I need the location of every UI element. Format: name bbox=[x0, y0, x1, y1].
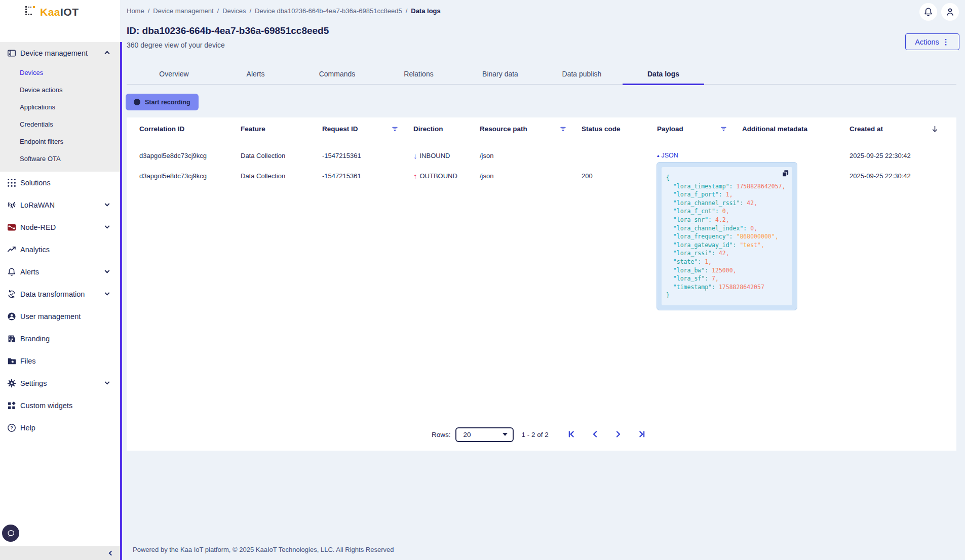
tab-relations[interactable]: Relations bbox=[378, 65, 459, 85]
column-header-correlation-id: Correlation ID bbox=[139, 125, 241, 133]
column-header-payload: Payload bbox=[657, 125, 742, 133]
sidebar-item-endpoint-filters[interactable]: Endpoint filters bbox=[0, 133, 120, 150]
sidebar-item-software-ota[interactable]: Software OTA bbox=[0, 150, 120, 168]
next-page-button[interactable] bbox=[614, 430, 623, 439]
sidebar-collapse-bar[interactable] bbox=[0, 546, 120, 560]
solutions-icon bbox=[7, 178, 16, 187]
device-tabs: OverviewAlertsCommandsRelationsBinary da… bbox=[133, 65, 704, 85]
cell-created-at: 2025-09-25 22:30:42 bbox=[850, 172, 944, 180]
page-subtitle: 360 degree view of your device bbox=[127, 41, 225, 49]
column-header-created-at: Created at bbox=[850, 125, 944, 133]
alerts-icon bbox=[7, 267, 16, 276]
sidebar-item-label: Alerts bbox=[20, 268, 39, 276]
vertical-ellipsis-icon: ⋮ bbox=[942, 37, 950, 47]
cell-resource-path: /json bbox=[480, 152, 582, 159]
filter-icon[interactable] bbox=[560, 126, 566, 132]
breadcrumb-item-home[interactable]: Home bbox=[127, 7, 144, 15]
analytics-icon bbox=[7, 245, 16, 254]
breadcrumb-item-device-management[interactable]: Device management bbox=[153, 7, 213, 15]
data-transformation-icon bbox=[7, 290, 16, 299]
table-body: d3apgol5e8dc73cj9kcgData Collection-1547… bbox=[127, 145, 956, 186]
last-page-button[interactable] bbox=[637, 430, 646, 439]
chevron-up-icon bbox=[105, 51, 110, 56]
sidebar-group-device-management: Device managementDevicesDevice actionsAp… bbox=[0, 42, 120, 172]
start-recording-label: Start recording bbox=[145, 99, 190, 106]
sidebar-item-alerts[interactable]: Alerts bbox=[0, 261, 120, 283]
tab-data-publish[interactable]: Data publish bbox=[541, 65, 623, 85]
files-icon bbox=[7, 356, 16, 366]
payload-collapse-toggle[interactable]: ▴JSON bbox=[657, 152, 678, 159]
column-header-feature: Feature bbox=[241, 125, 322, 133]
payload-json-text: { "lora_timestamp": 1758828642057, "lora… bbox=[666, 174, 785, 300]
sidebar-item-label: Files bbox=[20, 357, 36, 365]
sidebar-accent-rail bbox=[120, 42, 122, 560]
tab-overview[interactable]: Overview bbox=[133, 65, 215, 85]
payload-toggle-label: JSON bbox=[662, 152, 678, 159]
sort-desc-icon[interactable] bbox=[931, 125, 939, 133]
breadcrumb-separator: / bbox=[148, 7, 150, 15]
sidebar-item-user-management[interactable]: User management bbox=[0, 305, 120, 328]
first-page-icon bbox=[567, 430, 576, 439]
record-dot-icon bbox=[134, 99, 140, 105]
app-logo[interactable]: KaaIOT bbox=[24, 5, 79, 19]
rows-per-page-select[interactable]: 20 bbox=[455, 427, 514, 442]
first-page-button[interactable] bbox=[567, 430, 576, 439]
sidebar-item-device-actions[interactable]: Device actions bbox=[0, 82, 120, 99]
sidebar-item-device-management[interactable]: Device management bbox=[0, 42, 120, 64]
chevron-down-icon bbox=[105, 223, 110, 228]
notifications-button[interactable] bbox=[919, 3, 937, 21]
sidebar-item-label: Device management bbox=[20, 49, 88, 57]
tab-alerts[interactable]: Alerts bbox=[215, 65, 296, 85]
tab-data-logs[interactable]: Data logs bbox=[623, 65, 704, 85]
payload-json-block: { "lora_timestamp": 1758828642057, "lora… bbox=[657, 162, 797, 310]
sidebar-item-lorawan[interactable]: LoRaWAN bbox=[0, 194, 120, 216]
sidebar-item-help[interactable]: ?Help bbox=[0, 417, 120, 439]
pagination-bar: Rows: 20 1 - 2 of 2 bbox=[432, 425, 646, 444]
page-title: ID: dba10236-664b-4ea7-b36a-69851cc8eed5 bbox=[127, 25, 329, 36]
bell-icon bbox=[923, 7, 933, 17]
breadcrumb-item-devices[interactable]: Devices bbox=[222, 7, 246, 15]
last-page-icon bbox=[637, 430, 646, 439]
rows-per-page-label: Rows: bbox=[432, 431, 451, 438]
sidebar-item-analytics[interactable]: Analytics bbox=[0, 238, 120, 261]
column-header-direction: Direction bbox=[413, 125, 480, 133]
sidebar-item-solutions[interactable]: Solutions bbox=[0, 172, 120, 194]
previous-page-button[interactable] bbox=[591, 430, 600, 439]
sidebar-item-files[interactable]: Files bbox=[0, 350, 120, 372]
column-header-request-id: Request ID bbox=[322, 125, 413, 133]
chevron-down-icon bbox=[105, 290, 110, 295]
sidebar-item-data-transformation[interactable]: Data transformation bbox=[0, 283, 120, 305]
chat-fab-button[interactable] bbox=[2, 525, 19, 542]
chevron-down-icon bbox=[105, 379, 110, 384]
actions-button[interactable]: Actions ⋮ bbox=[905, 33, 959, 50]
sidebar: KaaIOT Device managementDevicesDevice ac… bbox=[0, 0, 120, 560]
sidebar-item-node-red[interactable]: Node-RED bbox=[0, 216, 120, 238]
start-recording-button[interactable]: Start recording bbox=[126, 94, 199, 110]
account-button[interactable] bbox=[941, 3, 959, 21]
filter-icon[interactable] bbox=[392, 126, 398, 132]
help-icon: ? bbox=[7, 423, 16, 432]
arrow-up-icon: ↑ bbox=[413, 172, 417, 180]
sidebar-item-label: Analytics bbox=[20, 246, 50, 254]
filter-icon[interactable] bbox=[720, 126, 727, 132]
sidebar-item-custom-widgets[interactable]: Custom widgets bbox=[0, 394, 120, 417]
sidebar-item-branding[interactable]: Branding bbox=[0, 328, 120, 350]
cell-created-at: 2025-09-25 22:30:42 bbox=[850, 152, 944, 159]
column-header-additional-metadata: Additional metadata bbox=[742, 125, 850, 133]
sidebar-item-credentials[interactable]: Credentials bbox=[0, 116, 120, 133]
lorawan-icon bbox=[7, 201, 16, 210]
node-red-icon bbox=[7, 223, 16, 232]
tab-binary-data[interactable]: Binary data bbox=[459, 65, 541, 85]
breadcrumb-separator: / bbox=[217, 7, 219, 15]
sidebar-item-label: Node-RED bbox=[20, 223, 56, 231]
breadcrumb-separator: / bbox=[406, 7, 408, 15]
tab-commands[interactable]: Commands bbox=[296, 65, 378, 85]
sidebar-item-settings[interactable]: Settings bbox=[0, 372, 120, 394]
cell-request-id: -1547215361 bbox=[322, 152, 413, 159]
breadcrumb-item-device-dba10236-664b-4ea7-b36a-69851cc8eed5[interactable]: Device dba10236-664b-4ea7-b36a-69851cc8e… bbox=[255, 7, 402, 15]
payload-json-code-area: { "lora_timestamp": 1758828642057, "lora… bbox=[662, 167, 792, 305]
sidebar-item-applications[interactable]: Applications bbox=[0, 99, 120, 116]
sidebar-nav: Device managementDevicesDevice actionsAp… bbox=[0, 42, 120, 439]
sidebar-item-devices[interactable]: Devices bbox=[0, 64, 120, 82]
app-logo-text: KaaIOT bbox=[40, 6, 79, 18]
